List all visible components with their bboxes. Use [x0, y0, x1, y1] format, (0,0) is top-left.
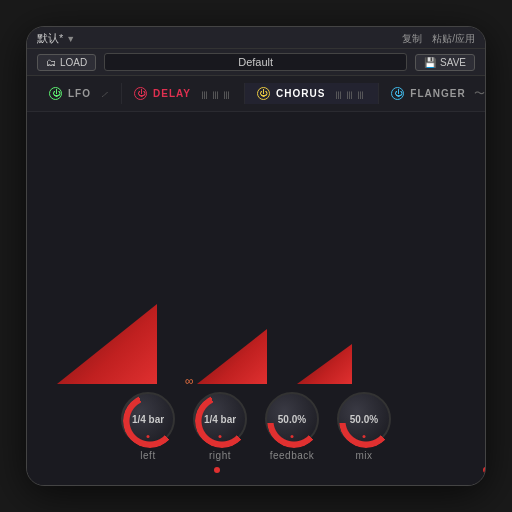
delay-label: DELAY	[153, 88, 191, 99]
viz-bar-left	[57, 264, 157, 384]
knob-group-mix: 50.0% mix	[337, 392, 391, 461]
knob-left-label: left	[140, 450, 155, 461]
flanger-label: FLANGER	[410, 88, 465, 99]
viz-shape-extra	[297, 344, 352, 384]
knob-feedback-value: 50.0%	[278, 414, 306, 425]
bottom-dots	[37, 465, 475, 475]
lfo-power[interactable]: ⏻	[49, 87, 62, 100]
floppy-icon: 🗂	[46, 57, 56, 68]
viz-shape-right	[197, 329, 267, 384]
lfo-icon: ⟋	[99, 88, 109, 100]
main-area: ∞ 1/4 bar left 1/4 bar right	[27, 112, 485, 485]
knob-group-left: 1/4 bar left	[121, 392, 175, 461]
knob-mix-value: 50.0%	[350, 414, 378, 425]
top-bar: 默认* ▼ 复制 粘贴/应用	[27, 27, 485, 49]
flanger-power[interactable]: ⏻	[391, 87, 404, 100]
knob-feedback-label: feedback	[270, 450, 315, 461]
fx-item-lfo[interactable]: ⏻ LFO ⟋	[37, 83, 122, 104]
viz-area	[37, 112, 475, 384]
dot-indicator-1	[214, 467, 220, 473]
chorus-label: CHORUS	[276, 88, 325, 99]
paste-btn[interactable]: 粘贴/应用	[432, 32, 475, 46]
dot-indicator-2	[483, 467, 487, 473]
toolbar: 🗂 LOAD 💾 SAVE	[27, 49, 485, 76]
save-icon: 💾	[424, 57, 436, 68]
knob-right-value: 1/4 bar	[204, 414, 236, 425]
knob-mix-dot	[363, 435, 366, 438]
preset-field[interactable]	[104, 53, 407, 71]
knob-mix-label: mix	[355, 450, 372, 461]
knob-left[interactable]: 1/4 bar	[121, 392, 175, 446]
viz-bar-right	[197, 264, 267, 384]
delay-power[interactable]: ⏻	[134, 87, 147, 100]
fx-item-delay[interactable]: ⏻ DELAY ⫼⫼⫼	[122, 83, 245, 104]
copy-btn[interactable]: 复制	[402, 32, 422, 46]
chorus-power[interactable]: ⏻	[257, 87, 270, 100]
top-bar-right: 复制 粘贴/应用	[402, 32, 475, 46]
fx-item-chorus[interactable]: ⏻ CHORUS ⫼⫼⫼	[245, 83, 379, 104]
knob-feedback-dot	[291, 435, 294, 438]
knob-left-value: 1/4 bar	[132, 414, 164, 425]
knob-left-dot	[147, 435, 150, 438]
viz-bar-extra	[297, 264, 352, 384]
knob-right-dot	[219, 435, 222, 438]
chorus-icon: ⫼⫼⫼	[333, 88, 366, 100]
lfo-label: LFO	[68, 88, 91, 99]
knob-group-feedback: 50.0% feedback	[265, 392, 319, 461]
knob-mix[interactable]: 50.0%	[337, 392, 391, 446]
plugin-window: 默认* ▼ 复制 粘贴/应用 🗂 LOAD 💾 SAVE ⏻ LFO ⟋ ⏻ D…	[26, 26, 486, 486]
preset-name: 默认* ▼	[37, 31, 75, 46]
fx-row: ⏻ LFO ⟋ ⏻ DELAY ⫼⫼⫼ ⏻ CHORUS ⫼⫼⫼ ⏻ FLANG…	[27, 76, 485, 112]
knob-right[interactable]: 1/4 bar	[193, 392, 247, 446]
flanger-icon: 〜〜	[474, 86, 486, 101]
delay-icon: ⫼⫼⫼	[199, 88, 232, 100]
fx-item-flanger[interactable]: ⏻ FLANGER 〜〜	[379, 82, 486, 105]
knob-group-right: 1/4 bar right	[193, 392, 247, 461]
load-button[interactable]: 🗂 LOAD	[37, 54, 96, 71]
link-icon[interactable]: ∞	[185, 374, 194, 388]
knob-right-label: right	[209, 450, 231, 461]
knobs-row: 1/4 bar left 1/4 bar right 50.0%	[37, 384, 475, 465]
preset-arrows[interactable]: ▼	[66, 34, 75, 44]
knob-feedback[interactable]: 50.0%	[265, 392, 319, 446]
save-button[interactable]: 💾 SAVE	[415, 54, 475, 71]
viz-shape-left	[57, 304, 157, 384]
